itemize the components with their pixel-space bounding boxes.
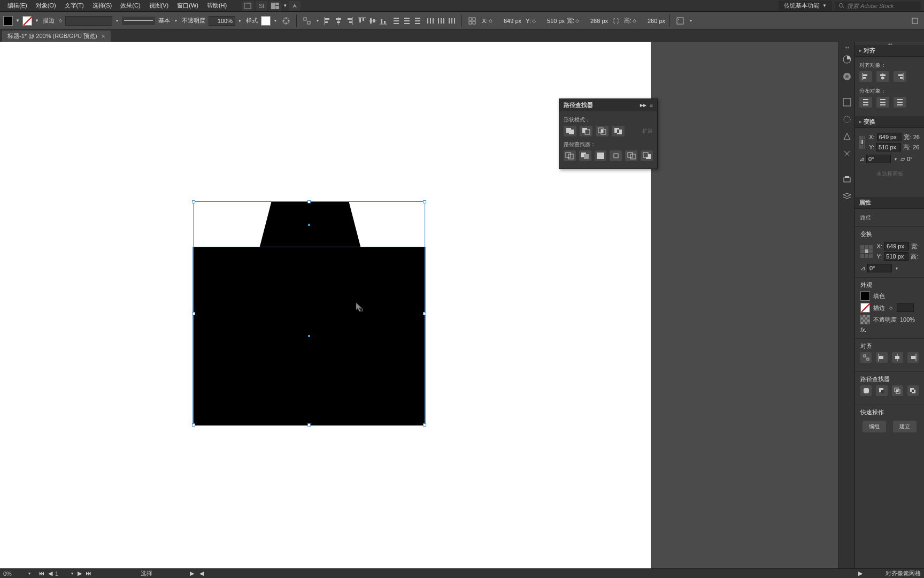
style-dropdown-icon[interactable]: ▾ <box>273 17 278 25</box>
link-wh-icon2[interactable]: ◇ <box>633 18 636 24</box>
transform-x-input[interactable] <box>877 133 902 141</box>
color-guide-icon[interactable] <box>841 71 853 82</box>
minus-front-icon[interactable] <box>580 126 592 136</box>
stock-icon[interactable]: St <box>256 1 267 11</box>
recolor-icon[interactable] <box>280 15 292 27</box>
stroke-dropdown-icon[interactable]: ▼ <box>34 17 40 25</box>
menu-window[interactable]: 窗口(W) <box>173 0 203 11</box>
prop-align-hcenter-icon[interactable] <box>892 352 903 363</box>
align-hcenter-icon[interactable] <box>333 15 344 27</box>
pathfinder-panel[interactable]: 路径查找器 ▸▸ ≡ 形状模式： 扩展 路径查找器： <box>559 98 658 169</box>
opacity-input[interactable] <box>209 16 235 26</box>
h-input[interactable] <box>637 18 665 24</box>
prop-stroke-weight-input[interactable] <box>897 303 914 312</box>
layers-panel-icon[interactable] <box>841 191 853 202</box>
prop-reference-point-icon[interactable] <box>860 245 873 258</box>
unite-icon[interactable] <box>564 126 576 136</box>
handle-icon[interactable] <box>192 423 195 427</box>
handle-icon[interactable] <box>307 423 311 427</box>
handle-icon[interactable] <box>192 312 195 315</box>
link-xy-icon2[interactable]: ◇ <box>532 18 536 24</box>
shape-options-dropdown-icon[interactable]: ▾ <box>688 17 694 25</box>
prop-stroke-swatch[interactable] <box>860 303 870 313</box>
align-vcenter-icon[interactable] <box>367 15 378 27</box>
menu-effect[interactable]: 效果(C) <box>116 0 144 11</box>
distribute-bottom-icon[interactable] <box>412 15 423 27</box>
handle-icon[interactable] <box>192 200 195 203</box>
distribute-hcenter-icon[interactable] <box>436 15 446 27</box>
align-panel-header[interactable]: ▸ 对齐 <box>855 45 924 57</box>
properties-panel-header[interactable]: 属性 <box>855 197 924 209</box>
menu-text[interactable]: 文字(T) <box>60 0 88 11</box>
exclude-icon[interactable] <box>612 126 625 136</box>
align-top-icon[interactable] <box>357 15 367 27</box>
link-xy-icon[interactable]: ◇ <box>489 18 492 24</box>
arrange-button[interactable]: 建立 <box>893 421 917 432</box>
gpu-preview-icon[interactable] <box>242 1 253 11</box>
last-artboard-icon[interactable]: ⏭ <box>84 570 93 577</box>
w-input[interactable] <box>580 18 608 24</box>
transform-angle-input[interactable] <box>866 155 891 163</box>
selection-bounding-box[interactable] <box>193 201 425 425</box>
shape-options-icon[interactable] <box>674 15 686 27</box>
stroke-weight-dropdown-icon[interactable]: ▾ <box>114 17 120 25</box>
group-button[interactable]: 编组 <box>863 421 886 432</box>
stroke-weight-input[interactable] <box>65 16 112 26</box>
x-input[interactable] <box>494 18 521 24</box>
align-hcenter-btn[interactable] <box>876 71 889 82</box>
stroke-panel-icon[interactable] <box>841 148 853 159</box>
prop-align-to-icon[interactable] <box>860 352 872 363</box>
menu-help[interactable]: 帮助(H) <box>203 0 231 11</box>
crop-icon[interactable] <box>610 150 622 161</box>
distribute-left-icon[interactable] <box>425 15 436 27</box>
collapse-icon[interactable]: ▸▸ <box>640 102 646 109</box>
stroke-swatch[interactable] <box>22 16 32 26</box>
link-wh-toggle-icon[interactable] <box>610 15 622 27</box>
appearance-panel-icon[interactable] <box>841 173 853 185</box>
menu-select[interactable]: 选择(S) <box>88 0 117 11</box>
fill-swatch[interactable] <box>3 16 13 26</box>
search-box[interactable] <box>835 2 921 10</box>
distribute-right-icon[interactable] <box>446 15 457 27</box>
transform-y-input[interactable] <box>876 143 901 151</box>
prop-align-right-icon[interactable] <box>907 352 919 363</box>
pathfinder-header[interactable]: 路径查找器 ▸▸ ≡ <box>559 99 657 111</box>
prev-artboard-icon[interactable]: ◀ <box>47 570 53 577</box>
prop-exclude-icon[interactable] <box>907 385 919 396</box>
transform-panel-header[interactable]: ▸ 变换 <box>855 116 924 128</box>
first-artboard-icon[interactable]: ⏮ <box>37 570 45 577</box>
artboard[interactable] <box>0 42 651 568</box>
link-wh-icon[interactable]: ◇ <box>575 18 579 24</box>
distribute-top-icon[interactable] <box>391 15 402 27</box>
dist-bottom-btn[interactable] <box>894 97 906 108</box>
dist-top-btn[interactable] <box>859 97 872 108</box>
align-to-dropdown-icon[interactable]: ▾ <box>315 17 320 25</box>
stroke-profile-dropdown-icon[interactable]: ▾ <box>173 17 179 25</box>
brushes-panel-icon[interactable] <box>841 113 853 125</box>
arrange-dropdown-icon[interactable]: ▼ <box>282 2 288 10</box>
opacity-dropdown-icon[interactable]: ▸ <box>237 17 243 25</box>
align-to-selection-icon[interactable] <box>301 15 313 27</box>
y-input[interactable] <box>537 18 565 24</box>
artboard-input[interactable] <box>55 570 68 577</box>
menu-object[interactable]: 对象(O) <box>32 0 60 11</box>
color-panel-icon[interactable] <box>841 54 853 65</box>
scroll-right-icon[interactable]: ▶ <box>858 570 863 576</box>
stroke-weight-stepper[interactable]: ◇ <box>58 17 63 25</box>
align-right-icon[interactable] <box>344 15 355 27</box>
prop-stroke-weight-stepper[interactable]: ◇ <box>888 304 894 311</box>
menu-view[interactable]: 视图(V) <box>145 0 173 11</box>
isolate-icon[interactable] <box>909 15 921 27</box>
prop-minus-front-icon[interactable] <box>876 385 887 396</box>
prop-x-input[interactable] <box>884 242 909 250</box>
prop-opacity-swatch[interactable] <box>860 315 870 324</box>
fx-icon[interactable]: fx. <box>860 326 867 333</box>
prop-angle-input[interactable] <box>867 264 892 272</box>
canvas-area[interactable] <box>0 42 838 568</box>
rocket-icon[interactable] <box>289 1 301 11</box>
distribute-vcenter-icon[interactable] <box>402 15 412 27</box>
stroke-profile[interactable] <box>122 17 155 25</box>
workspace-switcher[interactable]: 传统基本功能 ▼ <box>779 1 832 11</box>
symbols-panel-icon[interactable] <box>841 131 853 142</box>
status-scroll-left-icon[interactable]: ◀ <box>199 570 204 577</box>
